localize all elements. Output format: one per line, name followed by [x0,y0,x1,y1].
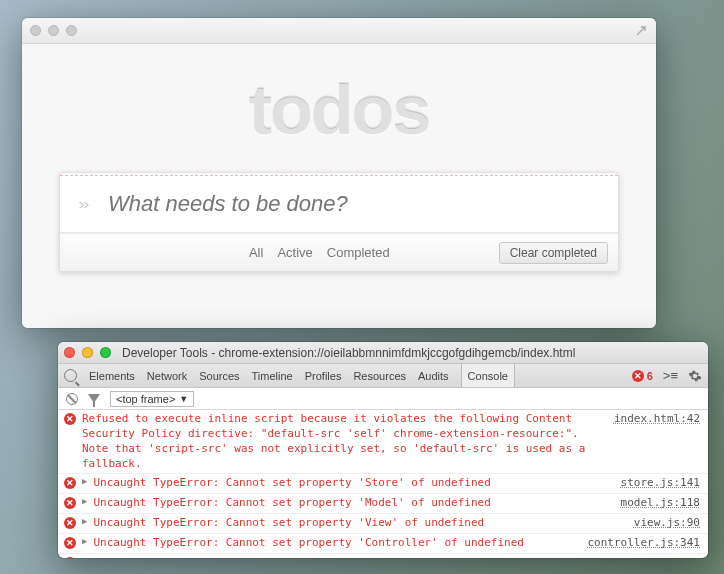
console-log-row: ✕▶Uncaught TypeError: Cannot set propert… [58,494,708,514]
console-toolbar: <top frame> ▼ [58,388,708,410]
error-icon: ✕ [64,477,76,489]
toggle-all-icon[interactable]: » [60,176,108,232]
log-message: Uncaught TypeError: Cannot set property … [93,476,614,491]
console-log-row: ✕▶Uncaught TypeError: Cannot set propert… [58,474,708,494]
log-message: Uncaught ReferenceError: app is not defi… [93,556,634,558]
log-source-link[interactable]: view.js:90 [634,516,700,529]
log-source-link[interactable]: app.js:11 [640,556,700,558]
error-icon: ✕ [64,497,76,509]
search-icon[interactable] [64,369,77,382]
zoom-dot[interactable] [100,347,111,358]
app-title: todos [249,70,430,150]
console-body: ✕Refused to execute inline script becaus… [58,410,708,558]
log-source-link[interactable]: model.js:118 [621,496,700,509]
log-source-link[interactable]: controller.js:341 [587,536,700,549]
devtools-tab-bar: Elements Network Sources Timeline Profil… [58,364,708,388]
disclosure-triangle-icon[interactable]: ▶ [82,536,87,546]
zoom-dot[interactable] [66,25,77,36]
expand-icon[interactable] [634,24,648,38]
tab-network[interactable]: Network [147,370,187,382]
disclosure-triangle-icon[interactable]: ▶ [82,496,87,506]
app-body: todos » All Active Completed Clear compl… [22,44,656,328]
clear-completed-button[interactable]: Clear completed [499,242,608,264]
disclosure-triangle-icon[interactable]: ▶ [82,516,87,526]
filter-all[interactable]: All [249,245,263,260]
close-dot[interactable] [30,25,41,36]
todo-container: » All Active Completed Clear completed [59,172,619,272]
log-message: Uncaught TypeError: Cannot set property … [93,516,627,531]
log-source-link[interactable]: index.html:42 [614,412,700,425]
traffic-lights [30,25,77,36]
error-badge-icon: ✕ [632,370,644,382]
toggle-drawer-icon[interactable]: >≡ [663,368,678,383]
todos-app-window: todos » All Active Completed Clear compl… [22,18,656,328]
todo-input-row: » [60,176,618,233]
error-icon: ✕ [64,413,76,425]
devtools-window: Developer Tools - chrome-extension://oie… [58,342,708,558]
console-log-row: ✕▶Uncaught TypeError: Cannot set propert… [58,534,708,554]
close-dot[interactable] [64,347,75,358]
tab-sources[interactable]: Sources [199,370,239,382]
devtools-title: Developer Tools - chrome-extension://oie… [122,346,575,360]
tab-console[interactable]: Console [461,364,515,387]
devtools-titlebar[interactable]: Developer Tools - chrome-extension://oie… [58,342,708,364]
tab-timeline[interactable]: Timeline [252,370,293,382]
frame-selector-label: <top frame> [116,393,175,405]
tab-audits[interactable]: Audits [418,370,449,382]
filter-icon[interactable] [88,394,100,403]
console-log-row: ✕▶Uncaught ReferenceError: app is not de… [58,554,708,558]
minimize-dot[interactable] [82,347,93,358]
console-log-row: ✕Refused to execute inline script becaus… [58,410,708,474]
tab-resources[interactable]: Resources [353,370,406,382]
frame-selector[interactable]: <top frame> ▼ [110,391,194,407]
todo-footer: All Active Completed Clear completed [60,233,618,271]
new-todo-input[interactable] [108,176,618,232]
log-message: Uncaught TypeError: Cannot set property … [93,496,614,511]
error-count-value: 6 [647,370,653,382]
error-icon: ✕ [64,557,76,558]
filter-list: All Active Completed [140,245,499,260]
tab-profiles[interactable]: Profiles [305,370,342,382]
log-message: Uncaught TypeError: Cannot set property … [93,536,581,551]
error-icon: ✕ [64,517,76,529]
disclosure-triangle-icon[interactable]: ▶ [82,556,87,558]
console-log-row: ✕▶Uncaught TypeError: Cannot set propert… [58,514,708,534]
filter-completed[interactable]: Completed [327,245,390,260]
app-titlebar[interactable] [22,18,656,44]
log-source-link[interactable]: store.js:141 [621,476,700,489]
error-icon: ✕ [64,537,76,549]
minimize-dot[interactable] [48,25,59,36]
tab-elements[interactable]: Elements [89,370,135,382]
clear-console-icon[interactable] [66,393,78,405]
error-count[interactable]: ✕ 6 [632,370,653,382]
filter-active[interactable]: Active [277,245,312,260]
chevron-down-icon: ▼ [179,394,188,404]
log-message: Refused to execute inline script because… [82,412,608,471]
gear-icon[interactable] [688,369,702,383]
disclosure-triangle-icon[interactable]: ▶ [82,476,87,486]
